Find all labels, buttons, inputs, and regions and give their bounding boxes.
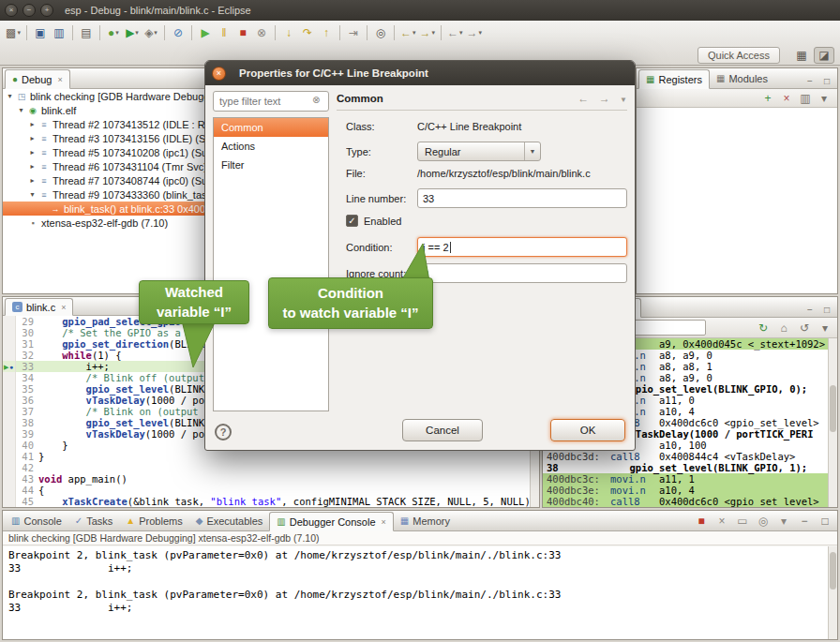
minimize-view-icon[interactable]: − [802,73,818,88]
disassembly-scrollbar[interactable] [828,338,837,507]
save-icon[interactable]: ▣ [31,23,50,42]
gutter-ruler[interactable] [3,440,16,451]
dialog-nav-common[interactable]: Common [214,118,328,137]
help-icon[interactable]: ? [215,424,232,440]
quick-access-button[interactable]: Quick Access [698,47,780,64]
code-text[interactable]: void app_main() [38,473,128,485]
resume-icon[interactable]: ▶ [196,23,215,42]
type-dropdown[interactable]: Regular ▼ [417,142,541,161]
disassembly-source-line[interactable]: 38 gpio_set_level(BLINK_GPIO, 1); [543,462,828,473]
tab-problems[interactable]: ▲Problems [119,511,188,530]
tab-modules[interactable]: ▦ Modules [710,68,774,88]
next-annotation-icon[interactable]: →▾ [418,23,438,42]
gutter-ruler[interactable] [3,417,16,428]
clear-filter-icon[interactable]: ⊗ [312,95,320,105]
expand-icon[interactable]: ▸ [27,148,38,157]
debug-icon[interactable]: ●▾ [104,23,123,42]
skip-all-breakpoints-icon[interactable]: ⊘ [169,23,188,42]
code-line[interactable]: 41} [3,451,530,462]
disassembly-instruction-line[interactable]: 400dbc3d:call80x400844c4 <vTaskDelay> [543,451,828,462]
code-line[interactable]: 45 xTaskCreate(&blink_task, "blink_task"… [3,496,530,507]
expand-icon[interactable]: ▸ [27,120,38,128]
collapse-icon[interactable]: ▾ [16,106,26,114]
expand-icon[interactable]: ▸ [27,176,38,185]
gutter-ruler[interactable] [3,462,16,473]
ok-button[interactable]: OK [550,419,625,441]
remove-register-group-icon[interactable]: × [777,89,796,108]
step-into-icon[interactable]: ↓ [279,23,298,42]
gutter-ruler[interactable] [3,327,16,338]
section-menu-icon[interactable]: ▼ [620,96,627,104]
pin-console-icon[interactable]: ◎ [754,512,772,530]
refresh-view-icon[interactable]: ↻ [754,319,772,337]
gutter-ruler[interactable] [3,473,16,485]
console-output[interactable]: Breakpoint 2, blink_task (pvParameter=0x… [3,546,828,639]
layout-toggle-icon[interactable]: ▥ [796,89,815,108]
collapse-icon[interactable]: ▾ [5,92,15,100]
print-icon[interactable]: ▤ [77,23,96,42]
ignore-count-input[interactable] [417,263,627,283]
close-icon[interactable]: × [5,4,18,17]
maximize-view-icon[interactable]: □ [819,73,834,88]
suspend-icon[interactable]: ‖ [215,23,233,42]
run-icon[interactable]: ▶▾ [123,23,142,42]
tab-debugger-console[interactable]: ▥Debugger Console× [269,512,393,531]
tab-executables[interactable]: ◆Executables [189,511,270,530]
gutter-ruler[interactable] [3,383,16,395]
condition-input[interactable]: i == 2 [417,237,627,257]
breakpoint-marker[interactable]: ▶● [3,361,16,372]
dialog-nav-actions[interactable]: Actions [214,137,328,156]
instruction-stepping-icon[interactable]: ⇥ [344,23,363,42]
tab-debug[interactable]: ● Debug × [5,69,70,89]
debug-perspective-icon[interactable]: ◪ [814,47,834,64]
code-text[interactable]: } [38,440,68,451]
back-arrow-icon[interactable]: ← [578,92,589,105]
close-tab-icon[interactable]: × [382,517,386,527]
external-tools-icon[interactable]: ◈▾ [142,23,160,42]
console-menu-icon[interactable]: ▾ [774,512,793,530]
dialog-close-icon[interactable]: × [212,67,226,81]
expand-icon[interactable]: ▸ [27,134,38,142]
disassembly-instruction-line[interactable]: 400dbc40:call80x400dc6c0 <gpio_set_level… [543,496,828,507]
tab-tasks[interactable]: ✓Tasks [68,511,120,530]
registers-menu-icon[interactable]: ▾ [815,89,833,108]
open-perspective-icon[interactable]: ▦ [791,47,812,64]
code-text[interactable]: xTaskCreate(&blink_task, "blink_task", c… [38,496,530,507]
disassembly-instruction-line[interactable]: 400dbc3e:movi.na10, 4 [543,485,828,496]
code-line[interactable]: 44{ [3,485,530,496]
minimize-view-icon[interactable]: − [802,302,818,317]
disconnect-icon[interactable]: ⊗ [252,23,271,42]
close-tab-icon[interactable]: × [57,75,62,84]
disassembly-instruction-line[interactable]: 400dbc3c:movi.na11, 1 [543,473,828,485]
step-return-icon[interactable]: ↑ [317,23,336,42]
dialog-nav-filter[interactable]: Filter [214,156,328,174]
disassembly-menu-icon[interactable]: ▾ [816,319,834,337]
gutter-ruler[interactable] [3,372,16,383]
console-scrollbar[interactable] [828,546,837,639]
cancel-button[interactable]: Cancel [402,419,483,441]
maximize-icon[interactable]: + [40,4,53,17]
terminate-icon[interactable]: ■ [233,23,252,42]
gutter-ruler[interactable] [3,496,16,507]
home-location-icon[interactable]: ⌂ [774,319,793,337]
forward-history-icon[interactable]: →▾ [465,23,485,42]
gutter-ruler[interactable] [3,395,16,406]
maximize-view-icon[interactable]: □ [819,302,834,317]
code-line[interactable]: 43void app_main() [3,473,530,485]
previous-annotation-icon[interactable]: ←▾ [398,23,418,42]
gutter-ruler[interactable] [3,338,16,350]
code-text[interactable]: { [38,485,44,496]
forward-arrow-icon[interactable]: → [599,92,610,105]
gutter-ruler[interactable] [3,350,16,361]
gutter-ruler[interactable] [3,316,16,327]
tab-console[interactable]: ▥Console [5,511,68,530]
tab-registers[interactable]: ▦ Registers [638,69,710,89]
expand-icon[interactable]: ▸ [27,162,38,171]
add-register-group-icon[interactable]: + [758,89,777,108]
search-icon[interactable]: ◎ [371,23,390,42]
new-wizard-icon[interactable]: ▩▾ [4,23,22,42]
maximize-view-icon[interactable]: □ [816,512,834,530]
collapse-icon[interactable]: ▾ [27,190,38,199]
line-number-input[interactable] [417,188,627,208]
minimize-view-icon[interactable]: − [795,512,814,530]
